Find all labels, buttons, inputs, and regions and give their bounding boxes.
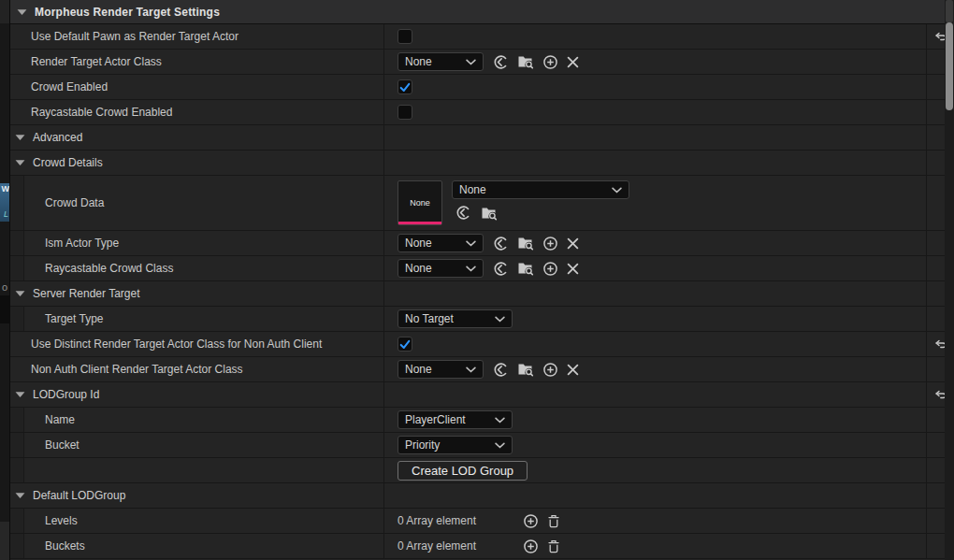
collapse-triangle-icon[interactable] <box>17 8 27 16</box>
dropdown-value: No Target <box>405 312 454 325</box>
chevron-down-icon <box>495 417 505 424</box>
property-row-raycastable-crowd-enabled: Raycastable Crowd Enabled <box>10 100 954 125</box>
category-row-lodgroup-id[interactable]: LODGroup Id <box>10 382 954 408</box>
property-row-target-type: Target Type No Target <box>10 307 954 332</box>
indent-gutter <box>10 534 24 558</box>
create-lod-group-button[interactable]: Create LOD Group <box>398 461 528 481</box>
category-label: Advanced <box>33 131 82 144</box>
add-element-icon[interactable] <box>523 513 539 529</box>
use-selected-asset-icon[interactable] <box>455 205 471 221</box>
add-element-icon[interactable] <box>523 538 539 554</box>
array-count-text: 0 Array element <box>398 539 513 553</box>
chevron-down-icon <box>612 187 622 194</box>
property-label: Name <box>45 413 75 426</box>
details-panel: W L o Morpheus Render Target Settings Us… <box>0 0 954 560</box>
section-header-morpheus-render-target-settings[interactable]: Morpheus Render Target Settings <box>10 0 954 24</box>
browse-to-asset-icon[interactable] <box>517 54 534 69</box>
property-label: Raycastable Crowd Class <box>45 262 173 275</box>
use-selected-asset-icon[interactable] <box>493 362 509 378</box>
scrollbar-thumb[interactable] <box>946 22 953 110</box>
use-selected-asset-icon[interactable] <box>493 261 509 277</box>
property-row-bucket: Bucket Priority <box>10 433 954 458</box>
enum-dropdown[interactable]: PlayerClient <box>398 410 513 429</box>
property-label: Target Type <box>45 312 103 325</box>
left-edge-clipped-thumbnail: W L <box>0 183 9 222</box>
category-label: LODGroup Id <box>33 388 99 401</box>
property-label: Ism Actor Type <box>45 237 119 250</box>
category-row-crowd-details[interactable]: Crowd Details <box>10 151 954 176</box>
clipped-letter: L <box>4 209 8 219</box>
collapse-triangle-icon[interactable] <box>15 134 25 141</box>
chevron-down-icon <box>466 366 476 373</box>
class-dropdown[interactable]: None <box>398 259 484 278</box>
indent-gutter <box>10 433 24 457</box>
collapse-triangle-icon[interactable] <box>15 290 25 297</box>
browse-to-asset-icon[interactable] <box>517 236 534 251</box>
trash-icon[interactable] <box>547 513 560 528</box>
property-label: Render Target Actor Class <box>31 55 162 68</box>
property-row-buckets: Buckets 0 Array element <box>10 534 954 559</box>
indent-gutter <box>10 256 24 280</box>
chevron-down-icon <box>466 266 476 272</box>
clear-x-icon[interactable] <box>567 237 579 250</box>
asset-thumbnail-label: None <box>410 198 430 208</box>
browse-to-asset-icon[interactable] <box>517 261 534 276</box>
property-row-name: Name PlayerClient <box>10 408 954 433</box>
dropdown-value: Priority <box>405 438 440 452</box>
use-selected-asset-icon[interactable] <box>493 236 509 251</box>
left-edge-bottom-block <box>0 522 10 560</box>
checkbox-unchecked[interactable] <box>398 29 412 44</box>
clear-x-icon[interactable] <box>567 56 579 68</box>
property-label: Use Default Pawn as Render Target Actor <box>31 30 238 43</box>
dropdown-value: None <box>405 363 432 376</box>
collapse-triangle-icon[interactable] <box>15 159 25 166</box>
checkbox-unchecked[interactable] <box>398 105 412 120</box>
browse-to-asset-icon[interactable] <box>517 362 534 377</box>
collapse-triangle-icon[interactable] <box>15 391 25 398</box>
indent-gutter <box>10 231 24 255</box>
category-row-advanced[interactable]: Advanced <box>10 125 954 151</box>
vertical-scrollbar[interactable] <box>945 0 954 560</box>
asset-type-color-bar <box>398 222 441 224</box>
category-row-default-lodgroup[interactable]: Default LODGroup <box>10 483 954 509</box>
plus-circle-icon[interactable] <box>542 54 558 70</box>
enum-dropdown[interactable]: Priority <box>398 436 513 454</box>
trash-icon[interactable] <box>547 538 560 553</box>
asset-thumbnail[interactable]: None <box>398 180 442 225</box>
left-edge-dark-block <box>0 295 10 323</box>
category-label: Server Render Target <box>33 287 140 300</box>
property-label: Buckets <box>45 539 85 553</box>
use-selected-asset-icon[interactable] <box>493 54 509 70</box>
property-row-raycastable-crowd-class: Raycastable Crowd Class None <box>10 256 954 281</box>
category-row-server-render-target[interactable]: Server Render Target <box>10 281 954 307</box>
property-label: Levels <box>45 514 78 527</box>
indent-gutter <box>10 458 24 482</box>
class-dropdown[interactable]: None <box>398 234 484 252</box>
clear-x-icon[interactable] <box>567 364 579 376</box>
scrollbar-top-segment <box>946 0 953 22</box>
enum-dropdown[interactable]: No Target <box>398 309 513 328</box>
property-row-non-auth-client-class: Non Auth Client Render Target Actor Clas… <box>10 357 954 382</box>
property-row-levels: Levels 0 Array element <box>10 509 954 534</box>
clear-x-icon[interactable] <box>567 263 579 275</box>
plus-circle-icon[interactable] <box>542 236 558 251</box>
plus-circle-icon[interactable] <box>542 362 558 378</box>
class-dropdown[interactable]: None <box>398 360 484 379</box>
action-row-create-lod-group: Create LOD Group <box>10 458 954 483</box>
browse-to-asset-icon[interactable] <box>481 205 498 221</box>
chevron-down-icon <box>495 442 505 449</box>
left-edge-top-block <box>0 0 10 23</box>
asset-dropdown[interactable]: None <box>452 180 629 199</box>
section-title: Morpheus Render Target Settings <box>35 6 220 19</box>
plus-circle-icon[interactable] <box>542 261 558 277</box>
property-label: Crowd Data <box>45 196 104 209</box>
chevron-down-icon <box>466 240 476 247</box>
property-row-crowd-data: Crowd Data None None <box>10 176 954 231</box>
left-clipped-panel-edge: W L o <box>0 0 10 560</box>
class-dropdown[interactable]: None <box>398 52 484 71</box>
collapse-triangle-icon[interactable] <box>15 492 25 499</box>
array-count-text: 0 Array element <box>398 514 513 527</box>
checkbox-checked[interactable] <box>398 337 412 352</box>
checkbox-checked[interactable] <box>398 79 412 94</box>
property-row-render-target-actor-class: Render Target Actor Class None <box>10 50 954 75</box>
